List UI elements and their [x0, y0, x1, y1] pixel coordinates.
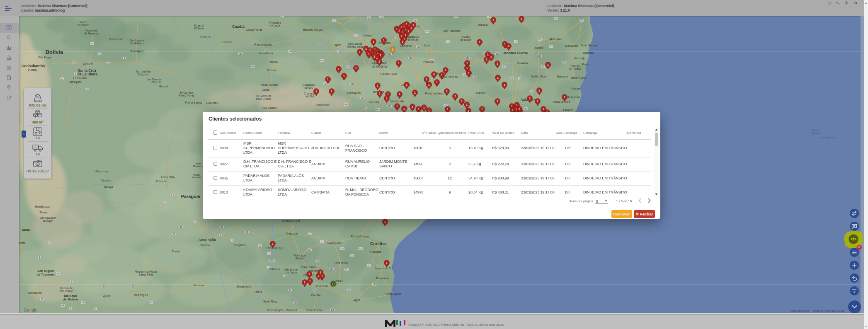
svg-text:Pirané: Pirané	[172, 250, 180, 253]
svg-text:Itaobim: Itaobim	[534, 46, 543, 49]
svg-text:1: 1	[426, 78, 427, 81]
svg-text:Pedro Gomes: Pedro Gomes	[261, 83, 278, 86]
svg-text:Erechim: Erechim	[311, 294, 321, 297]
svg-text:455: 455	[388, 105, 391, 107]
svg-text:1: 1	[497, 62, 498, 65]
svg-text:1: 1	[386, 97, 388, 100]
svg-text:9: 9	[39, 256, 40, 258]
svg-text:251: 251	[417, 46, 420, 48]
svg-text:050: 050	[409, 57, 412, 59]
svg-text:1: 1	[436, 81, 438, 84]
svg-text:1: 1	[406, 83, 407, 86]
svg-text:1: 1	[272, 242, 274, 245]
svg-text:101: 101	[284, 275, 287, 277]
svg-text:do Sul: do Sul	[306, 95, 314, 98]
svg-text:de Jujuy: de Jujuy	[43, 219, 53, 223]
svg-text:89: 89	[102, 285, 105, 287]
svg-text:Rio Verde de: Rio Verde de	[256, 94, 272, 97]
svg-text:496: 496	[473, 76, 477, 78]
svg-text:Itaúnas: Itaúnas	[571, 87, 580, 90]
svg-text:Teófilo Otoni: Teófilo Otoni	[531, 75, 547, 78]
svg-text:381: 381	[524, 108, 527, 110]
svg-text:64: 64	[94, 308, 97, 310]
svg-text:Kg: Kg	[36, 96, 40, 99]
svg-text:Corumbá: Corumbá	[206, 102, 218, 104]
svg-text:São Gabriel: São Gabriel	[262, 106, 277, 109]
svg-text:1: 1	[383, 39, 385, 42]
svg-text:1: 1	[398, 29, 400, 32]
svg-text:Filadelfia: Filadelfia	[156, 180, 167, 183]
svg-text:1: 1	[447, 108, 449, 111]
svg-text:Passo Fundo: Passo Fundo	[306, 309, 322, 312]
svg-text:Quimili: Quimili	[103, 294, 111, 298]
svg-text:Bolívia: Bolívia	[46, 49, 63, 55]
svg-text:Brasília: Brasília	[461, 36, 470, 39]
svg-text:1: 1	[521, 17, 522, 20]
svg-text:17: 17	[98, 53, 101, 55]
svg-text:Lages: Lages	[352, 298, 361, 302]
svg-text:Clorinda: Clorinda	[200, 244, 210, 247]
svg-text:de Velasco: de Velasco	[130, 42, 143, 45]
svg-text:San Pablo: San Pablo	[77, 24, 89, 27]
svg-text:35: 35	[73, 61, 76, 63]
svg-text:116: 116	[351, 255, 354, 257]
svg-text:Montes Claros: Montes Claros	[504, 51, 528, 55]
svg-text:277: 277	[341, 248, 344, 250]
svg-text:060: 060	[392, 37, 395, 39]
svg-text:3: 3	[433, 73, 435, 76]
svg-text:1: 1	[308, 273, 310, 276]
svg-text:San Miguel: San Miguel	[37, 269, 54, 273]
svg-text:Pato Branco: Pato Branco	[301, 266, 316, 269]
svg-text:415: 415	[554, 18, 558, 20]
svg-text:Florianópolis: Florianópolis	[385, 293, 401, 296]
svg-text:Termas de: Termas de	[60, 287, 73, 290]
svg-text:Beltrão: Beltrão	[296, 257, 304, 260]
svg-text:251: 251	[332, 19, 336, 22]
svg-text:de Goiás: de Goiás	[407, 38, 419, 41]
svg-text:1: 1	[490, 56, 492, 58]
svg-text:1: 1	[538, 89, 540, 92]
svg-text:1: 1	[373, 55, 375, 58]
svg-text:060: 060	[347, 65, 350, 68]
svg-text:Mato Grosso: Mato Grosso	[256, 97, 272, 100]
svg-text:1: 1	[543, 108, 544, 111]
svg-text:Cáceres: Cáceres	[200, 36, 211, 39]
svg-text:060: 060	[324, 83, 327, 85]
svg-text:1: 1	[497, 76, 499, 79]
svg-text:040: 040	[463, 74, 466, 76]
svg-text:1: 1	[537, 100, 538, 103]
svg-text:Campo Verde: Campo Verde	[246, 28, 262, 31]
svg-text:9: 9	[173, 194, 174, 196]
svg-text:1: 1	[418, 108, 419, 111]
svg-text:Patos de Minas: Patos de Minas	[425, 92, 444, 95]
svg-text:1: 1	[504, 43, 506, 46]
svg-text:251: 251	[580, 19, 583, 22]
svg-text:364: 364	[361, 97, 364, 99]
svg-text:Eunápolis: Eunápolis	[565, 44, 578, 48]
svg-text:10: 10	[221, 226, 223, 228]
svg-text:1: 1	[392, 48, 393, 51]
svg-text:2: 2	[454, 95, 456, 98]
svg-text:342: 342	[541, 65, 545, 68]
svg-text:Francisco: Francisco	[294, 254, 306, 257]
svg-text:La Guardia: La Guardia	[73, 77, 87, 80]
svg-text:Unaí: Unaí	[424, 44, 430, 47]
svg-text:Porto União: Porto União	[334, 261, 348, 264]
svg-text:1: 1	[414, 91, 416, 94]
svg-text:Encarnación: Encarnación	[237, 285, 252, 288]
svg-text:282: 282	[373, 283, 376, 285]
svg-text:369: 369	[293, 226, 297, 228]
svg-text:364: 364	[344, 104, 347, 106]
svg-text:1: 1	[327, 78, 329, 81]
svg-text:San José de: San José de	[136, 70, 151, 73]
svg-text:12: 12	[180, 226, 182, 228]
svg-text:Nova Venécia: Nova Venécia	[553, 100, 570, 103]
svg-text:418: 418	[562, 61, 565, 63]
svg-text:1: 1	[466, 103, 468, 106]
svg-text:Guarapuava: Guarapuava	[327, 242, 342, 245]
svg-text:Tilcara: Tilcara	[39, 211, 48, 214]
svg-text:1: 1	[338, 68, 339, 70]
svg-text:116: 116	[538, 55, 541, 57]
svg-text:280: 280	[330, 268, 333, 270]
svg-text:Curvelo: Curvelo	[476, 92, 486, 94]
